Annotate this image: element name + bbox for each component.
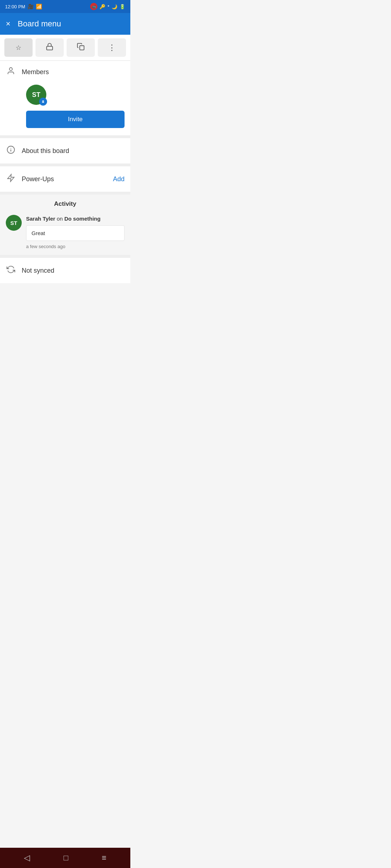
svg-rect-0	[47, 46, 53, 50]
powerups-icon	[6, 174, 16, 184]
copy-button[interactable]	[67, 38, 95, 57]
activity-user-avatar: ST	[6, 215, 22, 231]
member-avatar[interactable]: ST	[26, 85, 46, 105]
video-icon: 🎥	[28, 4, 34, 9]
powerups-section[interactable]: Power-Ups Add	[0, 166, 130, 195]
star-button[interactable]: ☆	[4, 38, 33, 57]
activity-card-name: Do something	[64, 216, 101, 222]
about-section[interactable]: About this board	[0, 138, 130, 166]
toolbar: ☆ ⋮	[0, 35, 130, 61]
activity-timestamp: a few seconds ago	[26, 244, 125, 249]
status-left: 12:00 PM 🎥 📶	[5, 4, 42, 9]
activity-item: ST Sarah Tyler on Do something Great a f…	[6, 215, 125, 249]
cast-icon: 📶	[36, 4, 42, 9]
members-section: Members ST Invite	[0, 61, 130, 138]
lock-icon	[46, 43, 54, 52]
members-avatars: ST	[6, 85, 125, 105]
members-icon	[6, 67, 16, 77]
close-button[interactable]: ×	[6, 19, 10, 29]
activity-title: Activity	[6, 200, 125, 208]
copy-icon	[77, 43, 85, 52]
record-icon: 📹	[90, 3, 97, 10]
board-menu-header: × Board menu	[0, 13, 130, 35]
status-bar: 12:00 PM 🎥 📶 📹 🔑 * 🌙 🔋	[0, 0, 130, 13]
not-synced-section[interactable]: Not synced	[0, 258, 130, 283]
svg-point-2	[9, 68, 12, 71]
members-label: Members	[22, 68, 49, 76]
info-icon	[6, 145, 16, 156]
members-header: Members	[6, 67, 125, 77]
activity-section: Activity ST Sarah Tyler on Do something …	[0, 195, 130, 258]
activity-username: Sarah Tyler	[26, 216, 55, 222]
header-title: Board menu	[18, 19, 61, 29]
sync-icon	[6, 265, 16, 276]
star-icon: ☆	[16, 44, 21, 52]
avatar-initials: ST	[32, 91, 40, 99]
activity-user-info: Sarah Tyler on Do something	[26, 215, 125, 222]
activity-content: Sarah Tyler on Do something Great a few …	[26, 215, 125, 249]
more-options-button[interactable]: ⋮	[98, 38, 126, 57]
key-icon: 🔑	[100, 4, 105, 9]
powerups-label: Power-Ups	[22, 175, 54, 183]
invite-button[interactable]: Invite	[26, 111, 125, 128]
about-label: About this board	[22, 147, 69, 155]
activity-avatar-initials: ST	[10, 220, 17, 226]
activity-comment: Great	[26, 225, 125, 241]
status-right: 📹 🔑 * 🌙 🔋	[90, 3, 125, 10]
lock-button[interactable]	[35, 38, 64, 57]
svg-rect-1	[80, 46, 84, 50]
battery-icon: 🔋	[119, 4, 125, 9]
moon-icon: 🌙	[112, 4, 117, 9]
not-synced-label: Not synced	[22, 267, 54, 275]
activity-on-text: on	[57, 216, 64, 222]
add-powerup-button[interactable]: Add	[113, 175, 125, 183]
status-time: 12:00 PM	[5, 4, 25, 9]
avatar-admin-badge	[39, 98, 47, 106]
bluetooth-icon: *	[108, 4, 109, 9]
more-icon: ⋮	[108, 43, 116, 52]
